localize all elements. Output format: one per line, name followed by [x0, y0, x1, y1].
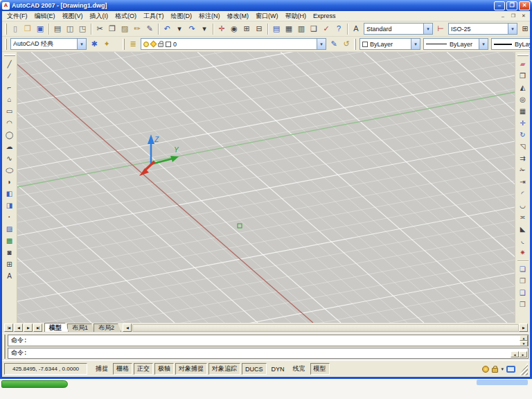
text-style-button[interactable]: A: [350, 23, 362, 35]
sheetset-manager-button[interactable]: ❑: [308, 23, 320, 35]
toolbar-grip[interactable]: [354, 39, 356, 50]
multiline-text-button[interactable]: A: [3, 270, 16, 282]
command-horizontal-scrollbar[interactable]: ◀ ▶: [511, 351, 527, 357]
menu-item-3[interactable]: 插入(I): [87, 12, 112, 20]
menu-item-7[interactable]: 标注(N): [195, 12, 224, 20]
chevron-down-icon[interactable]: ▾: [411, 39, 420, 49]
properties-button[interactable]: ▤: [270, 23, 283, 35]
lineweight-dropdown[interactable]: ByLayer: [491, 38, 530, 50]
plot-button[interactable]: ▤: [51, 23, 64, 35]
scroll-right-icon[interactable]: ▶: [519, 351, 527, 357]
move-button[interactable]: ✛: [517, 117, 529, 129]
revision-cloud-button[interactable]: ☁: [3, 141, 16, 152]
mirror-button[interactable]: ◭: [517, 82, 529, 94]
zoom-window-button[interactable]: ⊞: [240, 23, 253, 35]
command-input[interactable]: 命令: ◀ ▶: [8, 348, 529, 360]
workspace-settings-button[interactable]: ✱: [88, 38, 100, 51]
linetype-dropdown[interactable]: ByLayer ▾: [423, 38, 488, 50]
color-dropdown[interactable]: ByLayer ▾: [360, 38, 420, 50]
scroll-down-icon[interactable]: ▼: [520, 341, 528, 346]
bring-to-front-button[interactable]: ❏: [517, 263, 529, 275]
undo-list-button[interactable]: ▾: [173, 23, 186, 35]
workspace-dropdown[interactable]: AutoCAD 经典 ▾: [10, 38, 87, 50]
polygon-button[interactable]: ⌂: [3, 94, 16, 105]
communication-center-icon[interactable]: [482, 366, 489, 373]
toggle-ortho-button[interactable]: 正交: [134, 363, 153, 375]
trim-button[interactable]: ✁: [517, 164, 529, 176]
canvas-viewport[interactable]: ZY: [17, 52, 515, 323]
dim-style-button[interactable]: ⊢: [434, 23, 447, 35]
mdi-close-button[interactable]: ✕: [520, 12, 528, 20]
mdi-restore-button[interactable]: ❐: [509, 12, 517, 20]
minimize-button[interactable]: –: [494, 1, 505, 10]
undo-button[interactable]: ↶: [161, 23, 173, 35]
command-window-grab-bar[interactable]: [3, 335, 6, 359]
explode-button[interactable]: ✷: [517, 247, 529, 258]
offset-button[interactable]: ◎: [517, 94, 529, 105]
horizontal-scrollbar[interactable]: ◀ ▶: [123, 323, 529, 332]
ellipse-button[interactable]: ◯: [3, 164, 16, 176]
taskbar-start-button-fragment[interactable]: [1, 380, 68, 388]
join-button[interactable]: ≍: [517, 211, 529, 223]
scroll-right-button[interactable]: ▶: [519, 323, 528, 332]
fillet-button[interactable]: ◟: [517, 235, 529, 247]
line-button[interactable]: ╱: [3, 58, 16, 70]
cut-button[interactable]: ✂: [94, 23, 106, 35]
tool-palettes-button[interactable]: ▥: [295, 23, 308, 35]
extend-button[interactable]: ⇥: [517, 176, 529, 188]
menu-item-10[interactable]: 帮助(H): [282, 12, 310, 20]
toolbar-lock-icon[interactable]: [492, 368, 498, 373]
chevron-down-icon[interactable]: ▾: [317, 39, 326, 49]
menu-item-1[interactable]: 编辑(E): [31, 12, 59, 20]
toggle-lwt-button[interactable]: 线宽: [290, 363, 309, 375]
point-button[interactable]: ·: [3, 211, 16, 223]
make-object-layer-current-button[interactable]: ✎: [328, 38, 340, 51]
layer-previous-button[interactable]: ↺: [340, 38, 353, 51]
qnew-button[interactable]: ▯: [9, 23, 21, 35]
erase-button[interactable]: ▰: [517, 58, 529, 70]
toolbar-grip[interactable]: [123, 39, 125, 50]
tray-arrow-icon[interactable]: ▾: [501, 366, 504, 372]
save-button[interactable]: ▣: [34, 23, 46, 35]
menu-item-6[interactable]: 绘图(D): [168, 12, 196, 20]
arc-button[interactable]: ◠: [3, 117, 16, 129]
hatch-button[interactable]: ▨: [3, 223, 16, 235]
toggle-osnap-button[interactable]: 对象捕捉: [175, 363, 207, 375]
dim-style-dropdown[interactable]: ISO-25 ▾: [448, 23, 517, 35]
zoom-previous-button[interactable]: ⊟: [253, 23, 265, 35]
first-tab-button[interactable]: |◀: [4, 323, 13, 332]
chevron-down-icon[interactable]: ▾: [423, 24, 432, 34]
zoom-realtime-button[interactable]: ◉: [228, 23, 240, 35]
chevron-down-icon[interactable]: ▾: [508, 24, 517, 34]
toolbar-grip[interactable]: [517, 54, 529, 56]
break-button[interactable]: ◡: [517, 200, 529, 211]
prev-tab-button[interactable]: ◀: [14, 323, 23, 332]
break-at-point-button[interactable]: ◜: [517, 188, 529, 200]
insert-block-button[interactable]: ◧: [3, 188, 16, 200]
polyline-button[interactable]: ⌐: [3, 82, 16, 94]
chamfer-button[interactable]: ◣: [517, 223, 529, 235]
scale-button[interactable]: ◹: [517, 141, 529, 152]
drawing-canvas[interactable]: ZY: [17, 52, 515, 323]
menu-item-8[interactable]: 修改(M): [224, 12, 253, 20]
ellipse-arc-button[interactable]: ◗: [3, 176, 16, 188]
construction-line-button[interactable]: ∕: [3, 70, 16, 82]
toggle-otrack-button[interactable]: 对象追踪: [209, 363, 240, 375]
clean-screen-icon[interactable]: [506, 366, 515, 373]
layer-freeze-icon[interactable]: [150, 41, 157, 48]
toggle-polar-button[interactable]: 极轴: [154, 363, 174, 375]
bring-above-objects-button[interactable]: ❑: [517, 287, 529, 299]
match-properties-button[interactable]: ✏: [131, 23, 143, 35]
array-button[interactable]: ▦: [517, 105, 529, 117]
next-tab-button[interactable]: ▶: [24, 323, 33, 332]
table-button[interactable]: ⊞: [3, 258, 16, 270]
markup-set-manager-button[interactable]: ✓: [320, 23, 332, 35]
chevron-down-icon[interactable]: ▾: [77, 39, 86, 49]
titlebar[interactable]: A AutoCAD 2007 - [Drawing1.dwg] –❐✕: [0, 0, 532, 11]
toggle-model-space-button[interactable]: 模型: [310, 363, 330, 375]
toolbar-grip[interactable]: [5, 24, 7, 35]
paste-button[interactable]: ▨: [118, 23, 131, 35]
toggle-snap-button[interactable]: 捕捉: [92, 363, 112, 375]
toggle-dyn-button[interactable]: DYN: [268, 363, 288, 375]
mdi-minimize-button[interactable]: –: [499, 12, 507, 20]
